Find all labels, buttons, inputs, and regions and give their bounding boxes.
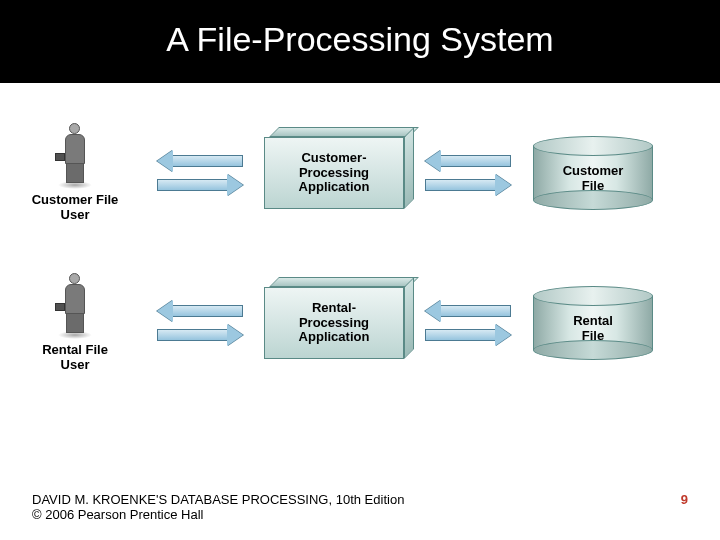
user-column: Rental File User xyxy=(0,273,150,373)
file-column: Rental File xyxy=(518,286,668,360)
arrow-right-icon xyxy=(425,326,511,344)
slide-title: A File-Processing System xyxy=(0,20,720,59)
file-column: Customer File xyxy=(518,136,668,210)
database-cylinder-icon: Customer File xyxy=(533,136,653,210)
application-label: Customer- Processing Application xyxy=(264,137,404,209)
arrow-pair xyxy=(150,302,250,344)
arrow-pair xyxy=(418,302,518,344)
person-icon xyxy=(59,273,91,335)
arrow-pair xyxy=(150,152,250,194)
application-box: Rental- Processing Application xyxy=(264,287,404,359)
flow-row-customer: Customer File User Customer- Processing … xyxy=(0,108,720,238)
slide-title-bar: A File-Processing System xyxy=(0,0,720,83)
person-icon xyxy=(59,123,91,185)
application-column: Rental- Processing Application xyxy=(250,287,418,359)
application-column: Customer- Processing Application xyxy=(250,137,418,209)
diagram-canvas: Customer File User Customer- Processing … xyxy=(0,83,720,443)
flow-row-rental: Rental File User Rental- Processing Appl… xyxy=(0,258,720,388)
arrow-left-icon xyxy=(425,302,511,320)
slide-footer: DAVID M. KROENKE'S DATABASE PROCESSING, … xyxy=(32,492,688,522)
arrow-right-icon xyxy=(425,176,511,194)
user-column: Customer File User xyxy=(0,123,150,223)
user-label: Customer File User xyxy=(0,193,150,223)
application-label: Rental- Processing Application xyxy=(264,287,404,359)
database-cylinder-icon: Rental File xyxy=(533,286,653,360)
footer-attribution: DAVID M. KROENKE'S DATABASE PROCESSING, … xyxy=(32,492,404,522)
application-box: Customer- Processing Application xyxy=(264,137,404,209)
arrow-pair xyxy=(418,152,518,194)
arrow-left-icon xyxy=(157,152,243,170)
arrow-right-icon xyxy=(157,326,243,344)
arrow-left-icon xyxy=(425,152,511,170)
arrow-right-icon xyxy=(157,176,243,194)
file-label: Customer File xyxy=(533,164,653,194)
arrow-left-icon xyxy=(157,302,243,320)
user-label: Rental File User xyxy=(0,343,150,373)
page-number: 9 xyxy=(681,492,688,522)
file-label: Rental File xyxy=(533,314,653,344)
